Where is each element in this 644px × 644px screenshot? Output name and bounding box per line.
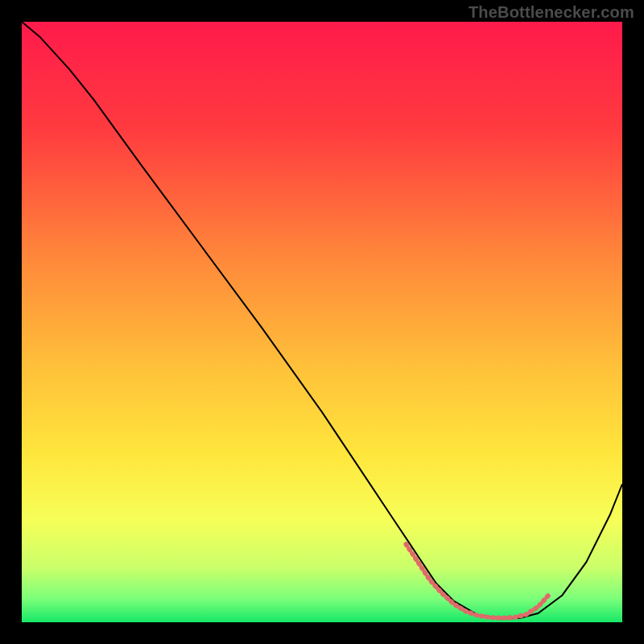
chart-svg (22, 22, 622, 622)
gradient-background (22, 22, 622, 622)
plot-area (22, 22, 622, 622)
chart-container: TheBottlenecker.com (0, 0, 644, 644)
attribution-label: TheBottlenecker.com (469, 3, 634, 22)
